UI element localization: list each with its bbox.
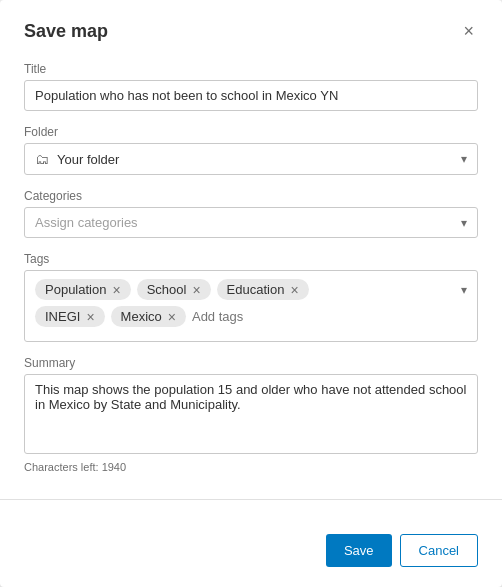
dialog-header: Save map × — [24, 20, 478, 42]
dialog-footer: Save Cancel — [24, 518, 478, 567]
tag-inegi-label: INEGI — [45, 309, 80, 324]
tags-row-1: Population × School × Education × — [35, 279, 455, 300]
tag-population-label: Population — [45, 282, 106, 297]
summary-input[interactable]: This map shows the population 15 and old… — [24, 374, 478, 454]
folder-icon: 🗂 — [35, 151, 49, 167]
folder-dropdown-inner: 🗂 Your folder — [35, 151, 119, 167]
tag-population: Population × — [35, 279, 131, 300]
tag-school: School × — [137, 279, 211, 300]
folder-dropdown[interactable]: 🗂 Your folder ▾ — [24, 143, 478, 175]
summary-label: Summary — [24, 356, 478, 370]
folder-chevron-icon: ▾ — [461, 152, 467, 166]
summary-field-group: Summary This map shows the population 15… — [24, 356, 478, 473]
categories-placeholder: Assign categories — [35, 215, 138, 230]
tag-population-remove[interactable]: × — [112, 283, 120, 297]
tag-education-label: Education — [227, 282, 285, 297]
tags-label: Tags — [24, 252, 478, 266]
close-button[interactable]: × — [459, 20, 478, 42]
folder-label: Folder — [24, 125, 478, 139]
tag-mexico-label: Mexico — [121, 309, 162, 324]
tags-field-group: Tags Population × School × Education × — [24, 252, 478, 342]
tag-school-remove[interactable]: × — [192, 283, 200, 297]
title-input[interactable] — [24, 80, 478, 111]
folder-value: Your folder — [57, 152, 119, 167]
save-map-dialog: Save map × Title Folder 🗂 Your folder ▾ … — [0, 0, 502, 587]
tags-chevron-icon: ▾ — [461, 283, 467, 297]
tag-school-label: School — [147, 282, 187, 297]
cancel-button[interactable]: Cancel — [400, 534, 478, 567]
folder-field-group: Folder 🗂 Your folder ▾ — [24, 125, 478, 175]
tag-mexico-remove[interactable]: × — [168, 310, 176, 324]
tags-rows: Population × School × Education × INEGI — [35, 279, 455, 327]
categories-chevron-icon: ▾ — [461, 216, 467, 230]
add-tags-input[interactable] — [192, 309, 360, 324]
title-label: Title — [24, 62, 478, 76]
save-button[interactable]: Save — [326, 534, 392, 567]
categories-field-group: Categories Assign categories ▾ — [24, 189, 478, 238]
tag-mexico: Mexico × — [111, 306, 186, 327]
tags-container[interactable]: Population × School × Education × INEGI — [24, 270, 478, 342]
chars-left-label: Characters left: 1940 — [24, 461, 478, 473]
tags-row-2: INEGI × Mexico × — [35, 306, 455, 327]
title-field-group: Title — [24, 62, 478, 111]
tag-inegi-remove[interactable]: × — [86, 310, 94, 324]
tag-education: Education × — [217, 279, 309, 300]
dialog-title: Save map — [24, 21, 108, 42]
tag-education-remove[interactable]: × — [290, 283, 298, 297]
categories-label: Categories — [24, 189, 478, 203]
footer-divider — [0, 499, 502, 500]
tag-inegi: INEGI × — [35, 306, 105, 327]
categories-dropdown[interactable]: Assign categories ▾ — [24, 207, 478, 238]
